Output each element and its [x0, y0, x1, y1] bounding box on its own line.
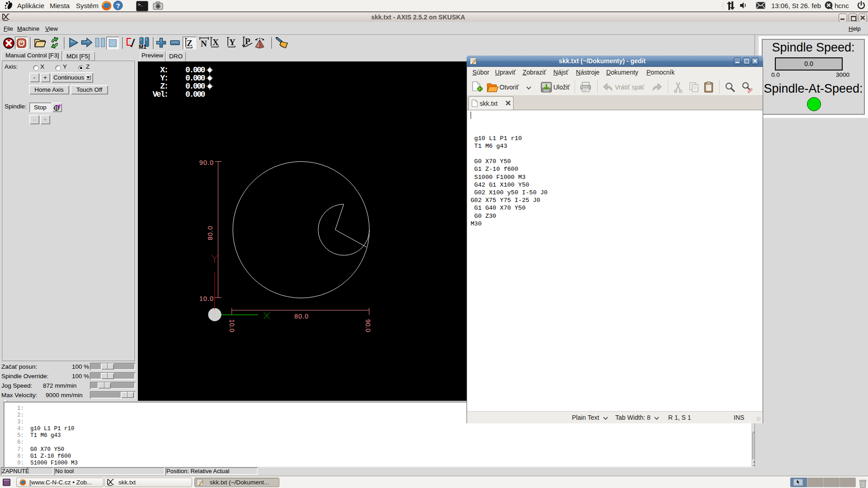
- svg-text:10.0: 10.0: [228, 319, 236, 332]
- svg-text:X: X: [212, 38, 219, 47]
- svg-text:N: N: [201, 39, 207, 48]
- svg-text:90.0: 90.0: [199, 159, 214, 166]
- svg-text:90.0: 90.0: [364, 319, 372, 332]
- svg-text:Z: Z: [187, 38, 193, 48]
- svg-text:M1: M1: [139, 44, 146, 49]
- svg-text:80.0: 80.0: [207, 225, 214, 240]
- svg-text:10.0: 10.0: [199, 295, 214, 302]
- svg-text:Y: Y: [229, 38, 236, 47]
- svg-text:?: ?: [116, 2, 120, 9]
- svg-text:80.0: 80.0: [294, 313, 309, 320]
